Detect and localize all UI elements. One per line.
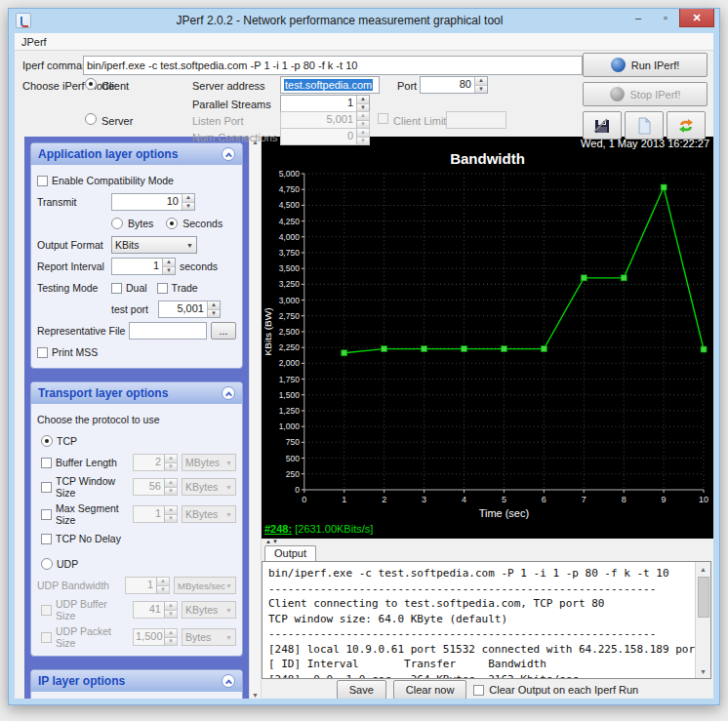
buffer-length-spinner[interactable]: 2▲▼ <box>133 454 178 471</box>
spinner-arrows-icon[interactable]: ▲▼ <box>207 301 220 317</box>
spinner-arrows-icon: ▲▼ <box>156 578 169 593</box>
server-radio-label[interactable]: Server <box>101 115 133 127</box>
output-format-combo[interactable]: KBits▼ <box>111 236 197 254</box>
test-port-label: test port <box>111 303 148 315</box>
clear-output-label[interactable]: Clear Output on each Iperf Run <box>489 684 638 696</box>
svg-text:2: 2 <box>382 495 386 504</box>
output-page-button[interactable] <box>625 111 664 140</box>
floppy-disk-icon <box>593 117 611 135</box>
save-button[interactable]: Save <box>337 680 386 699</box>
stop-iperf-button[interactable]: Stop IPerf! <box>583 82 708 106</box>
test-port-spinner[interactable]: 5,001▲▼ <box>158 300 221 318</box>
buffer-length-label[interactable]: Buffer Length <box>56 457 129 468</box>
maximize-button[interactable]: ▫ <box>652 9 679 27</box>
udp-packet-label: UDP Packet Size <box>56 625 129 649</box>
tcp-label[interactable]: TCP <box>57 435 77 447</box>
udp-buffer-spinner[interactable]: 41▲▼ <box>133 601 178 619</box>
save-graph-button[interactable] <box>583 111 622 140</box>
representative-file-field[interactable] <box>129 322 207 340</box>
max-segment-label[interactable]: Max Segment Size <box>56 502 129 526</box>
browse-button[interactable]: ... <box>211 322 236 340</box>
bytes-label[interactable]: Bytes <box>128 218 153 229</box>
application-layer-header[interactable]: Application layer options <box>31 143 242 165</box>
num-connections-spinner[interactable]: 0▲▼ <box>280 128 370 145</box>
tcp-window-spinner[interactable]: 56▲▼ <box>133 478 178 496</box>
tcp-radio[interactable] <box>41 435 53 447</box>
client-limit-field[interactable] <box>446 111 506 129</box>
collapse-chevron-icon[interactable] <box>222 674 235 688</box>
client-radio[interactable] <box>85 78 97 90</box>
tcp-window-checkbox[interactable] <box>41 482 52 493</box>
ip-layer-header[interactable]: IP layer options <box>31 670 242 692</box>
tcp-no-delay-checkbox[interactable] <box>41 534 52 544</box>
udp-bandwidth-spinner[interactable]: 1▲▼ <box>125 577 170 594</box>
trade-label[interactable]: Trade <box>172 282 198 294</box>
max-segment-checkbox[interactable] <box>41 509 52 520</box>
print-mss-label[interactable]: Print MSS <box>52 346 98 358</box>
udp-radio[interactable] <box>41 558 53 570</box>
run-iperf-button[interactable]: Run IPerf! <box>583 53 708 77</box>
spinner-arrows-icon[interactable]: ▲▼ <box>474 77 487 93</box>
udp-buffer-unit-combo[interactable]: KBytes▼ <box>182 601 236 619</box>
minimize-button[interactable]: – <box>625 9 652 27</box>
tcp-window-unit-combo[interactable]: KBytes▼ <box>182 478 236 496</box>
spinner-arrows-icon[interactable]: ▲▼ <box>162 259 175 274</box>
udp-bandwidth-label: UDP Bandwidth <box>37 580 121 591</box>
output-text[interactable]: bin/iperf.exe -c test.softpedia.com -P 1… <box>263 562 695 678</box>
max-segment-spinner[interactable]: 1▲▼ <box>133 505 178 523</box>
client-radio-label[interactable]: Client <box>101 80 129 92</box>
buffer-length-checkbox[interactable] <box>41 458 52 468</box>
parallel-streams-spinner[interactable]: 1▲▼ <box>280 95 370 112</box>
transmit-spinner[interactable]: 10▲▼ <box>111 193 195 211</box>
enable-compat-checkbox[interactable] <box>37 176 48 186</box>
seconds-label[interactable]: Seconds <box>182 218 222 229</box>
listen-port-spinner[interactable]: 5,001▲▼ <box>280 111 370 129</box>
svg-text:3,750: 3,750 <box>279 248 300 258</box>
udp-label[interactable]: UDP <box>57 558 78 570</box>
dual-checkbox[interactable] <box>111 283 122 294</box>
clear-now-button[interactable]: Clear now <box>393 680 467 699</box>
output-scrollbar[interactable]: ▲ ▼ <box>695 562 710 678</box>
scroll-down-icon[interactable]: ▼ <box>700 664 707 678</box>
spinner-arrows-icon[interactable]: ▲▼ <box>182 194 194 210</box>
titlebar[interactable]: JPerf 2.0.2 - Network performance measur… <box>9 9 719 33</box>
clear-output-checkbox[interactable] <box>473 685 484 696</box>
tab-output[interactable]: Output <box>264 545 316 561</box>
testing-mode-label: Testing Mode <box>37 282 107 294</box>
enable-compat-label[interactable]: Enable Compatibility Mode <box>52 175 174 186</box>
transport-layer-header[interactable]: Transport layer options <box>31 382 242 404</box>
dual-label[interactable]: Dual <box>126 282 147 294</box>
server-radio[interactable] <box>85 113 97 125</box>
menu-jperf[interactable]: JPerf <box>15 33 54 50</box>
bytes-radio[interactable] <box>111 218 123 229</box>
udp-packet-checkbox[interactable] <box>41 632 52 643</box>
spinner-arrows-icon[interactable]: ▲▼ <box>356 96 369 111</box>
buffer-length-unit-combo[interactable]: MBytes▼ <box>182 454 236 471</box>
scroll-down-icon[interactable]: ▼ <box>252 692 259 699</box>
tcp-no-delay-label[interactable]: TCP No Delay <box>56 533 121 544</box>
server-address-field[interactable]: test.softpedia.com <box>280 76 380 94</box>
report-interval-spinner[interactable]: 1▲▼ <box>111 258 176 275</box>
udp-bandwidth-unit-combo[interactable]: MBytes/sec▼ <box>174 577 236 594</box>
trade-checkbox[interactable] <box>157 283 168 294</box>
scroll-up-icon[interactable]: ▲ <box>700 562 707 576</box>
svg-text:4: 4 <box>462 495 466 504</box>
print-mss-checkbox[interactable] <box>37 347 48 358</box>
close-button[interactable]: ✕ <box>679 9 714 27</box>
transmit-label: Transmit <box>37 196 107 208</box>
collapse-chevron-icon[interactable] <box>222 386 235 400</box>
client-limit-checkbox[interactable] <box>378 113 388 124</box>
udp-packet-spinner[interactable]: 1,500▲▼ <box>133 628 178 646</box>
restart-button[interactable] <box>667 111 706 140</box>
options-scrollbar[interactable]: ▲ ▼ <box>249 137 262 699</box>
max-segment-unit-combo[interactable]: KBytes▼ <box>182 505 236 523</box>
scrollbar-thumb[interactable] <box>698 577 709 618</box>
udp-buffer-checkbox[interactable] <box>41 605 52 616</box>
iperf-command-field[interactable]: bin/iperf.exe -c test.softpedia.com -P 1… <box>83 56 583 75</box>
seconds-radio[interactable] <box>166 218 178 229</box>
spinner-arrows-icon: ▲▼ <box>356 129 369 144</box>
tcp-window-label[interactable]: TCP Window Size <box>56 475 129 499</box>
udp-packet-unit-combo[interactable]: Bytes▼ <box>182 628 236 646</box>
collapse-chevron-icon[interactable] <box>222 147 235 161</box>
port-spinner[interactable]: 80▲▼ <box>420 76 488 94</box>
